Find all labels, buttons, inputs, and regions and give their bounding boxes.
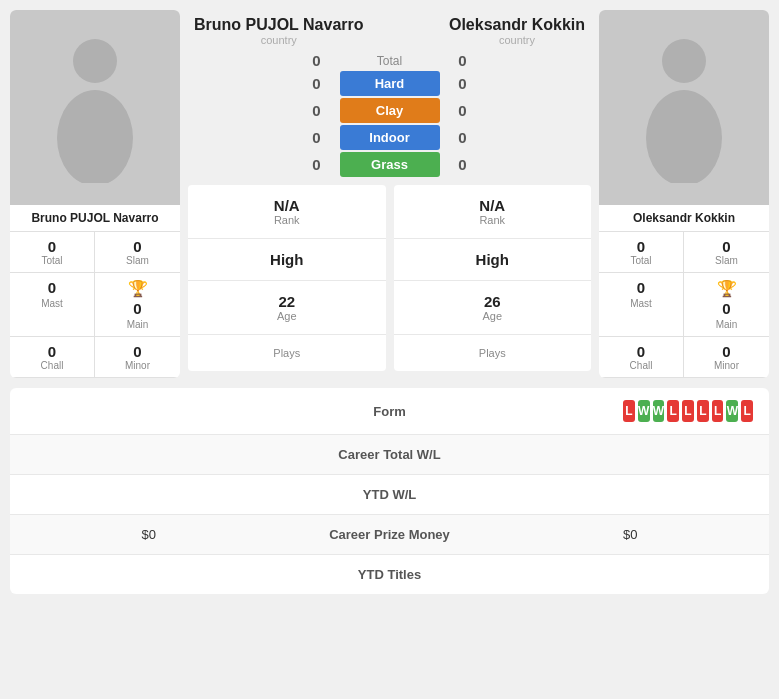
score-row-clay: 0 Clay 0 — [180, 98, 599, 123]
form-row: Form LWWLLLLWL — [10, 388, 769, 435]
left-age-cell: 22 Age — [188, 281, 386, 335]
right-minor-value: 0 — [688, 343, 765, 360]
form-badge-l: L — [697, 400, 709, 422]
right-rank-value: N/A — [402, 197, 584, 214]
form-badges: LWWLLLLWL — [623, 400, 753, 422]
left-age-value: 22 — [196, 293, 378, 310]
left-info-panel: N/A Rank High 22 Age Plays — [188, 185, 386, 371]
score-indoor-right: 0 — [448, 129, 478, 146]
surface-hard-badge: Hard — [340, 71, 440, 96]
left-minor-cell: 0 Minor — [95, 337, 180, 378]
left-player-silhouette — [45, 33, 145, 183]
svg-point-0 — [73, 39, 117, 83]
right-plays-cell: Plays — [394, 335, 592, 371]
ytd-wl-label: YTD W/L — [156, 487, 623, 502]
right-slam-cell: 0 Slam — [684, 232, 769, 273]
right-player-stats: 0 Total 0 Slam 0 Mast 🏆 0 Main 0 — [599, 231, 769, 378]
form-badge-l: L — [623, 400, 635, 422]
form-badges-container: LWWLLLLWL — [623, 400, 753, 422]
left-total-cell: 0 Total — [10, 232, 95, 273]
right-header-name: Oleksandr Kokkin — [449, 16, 585, 34]
left-main-label: Main — [127, 319, 149, 330]
comparison-row: Bruno PUJOL Navarro 0 Total 0 Slam 0 Mas… — [10, 10, 769, 378]
ytd-wl-row: YTD W/L — [10, 475, 769, 515]
right-chall-cell: 0 Chall — [599, 337, 684, 378]
form-badge-l: L — [667, 400, 679, 422]
score-rows: 0 Total 0 0 Hard 0 0 Clay 0 0 — [180, 48, 599, 181]
left-slam-value: 0 — [99, 238, 176, 255]
right-age-label: Age — [402, 310, 584, 322]
left-total-label: Total — [14, 255, 90, 266]
right-main-label: Main — [716, 319, 738, 330]
left-slam-label: Slam — [99, 255, 176, 266]
right-chall-label: Chall — [603, 360, 679, 371]
score-hard-right: 0 — [448, 75, 478, 92]
right-mast-value: 0 — [637, 279, 645, 296]
right-age-value: 26 — [402, 293, 584, 310]
left-plays-label: Plays — [196, 347, 378, 359]
left-minor-value: 0 — [99, 343, 176, 360]
right-slam-value: 0 — [688, 238, 765, 255]
score-indoor-left: 0 — [302, 129, 332, 146]
left-chall-cell: 0 Chall — [10, 337, 95, 378]
left-trophy-icon: 🏆 — [128, 279, 148, 298]
right-mast-cell: 0 Mast — [599, 273, 684, 337]
form-badge-w: W — [653, 400, 665, 422]
score-row-total: 0 Total 0 — [180, 52, 599, 69]
prize-left-value: $0 — [26, 527, 156, 542]
left-header-name: Bruno PUJOL Navarro — [194, 16, 364, 34]
left-chall-value: 0 — [14, 343, 90, 360]
left-rank-label: Rank — [196, 214, 378, 226]
right-high-cell: High — [394, 239, 592, 281]
left-mast-label: Mast — [41, 298, 63, 309]
right-mast-label: Mast — [630, 298, 652, 309]
right-info-panel: N/A Rank High 26 Age Plays — [394, 185, 592, 371]
form-badge-l: L — [712, 400, 724, 422]
left-age-label: Age — [196, 310, 378, 322]
bottom-section: Form LWWLLLLWL Career Total W/L YTD W/L … — [10, 388, 769, 594]
right-minor-label: Minor — [688, 360, 765, 371]
svg-point-3 — [646, 90, 722, 183]
left-plays-cell: Plays — [188, 335, 386, 371]
score-row-hard: 0 Hard 0 — [180, 71, 599, 96]
left-main-trophy-cell: 🏆 0 Main — [95, 273, 180, 337]
score-total-label: Total — [340, 54, 440, 68]
left-player-name: Bruno PUJOL Navarro — [23, 205, 166, 231]
form-badge-l: L — [682, 400, 694, 422]
left-mast-cell: 0 Mast — [10, 273, 95, 337]
left-rank-value: N/A — [196, 197, 378, 214]
left-high-value: High — [196, 251, 378, 268]
right-rank-cell: N/A Rank — [394, 185, 592, 239]
middle-section: Bruno PUJOL Navarro country Oleksandr Ko… — [180, 10, 599, 378]
left-player-photo — [10, 10, 180, 205]
right-main-value: 0 — [722, 300, 730, 317]
form-badge-w: W — [726, 400, 738, 422]
left-player-card: Bruno PUJOL Navarro 0 Total 0 Slam 0 Mas… — [10, 10, 180, 378]
surface-clay-badge: Clay — [340, 98, 440, 123]
right-player-name: Oleksandr Kokkin — [625, 205, 743, 231]
left-country: country — [194, 34, 364, 46]
left-minor-label: Minor — [99, 360, 176, 371]
score-total-left: 0 — [302, 52, 332, 69]
left-rank-cell: N/A Rank — [188, 185, 386, 239]
right-total-cell: 0 Total — [599, 232, 684, 273]
form-label: Form — [156, 404, 623, 419]
score-grass-right: 0 — [448, 156, 478, 173]
surface-grass-badge: Grass — [340, 152, 440, 177]
score-total-right: 0 — [448, 52, 478, 69]
surface-indoor-badge: Indoor — [340, 125, 440, 150]
right-age-cell: 26 Age — [394, 281, 592, 335]
left-mast-value: 0 — [48, 279, 56, 296]
left-slam-cell: 0 Slam — [95, 232, 180, 273]
score-clay-right: 0 — [448, 102, 478, 119]
form-badge-l: L — [741, 400, 753, 422]
right-country: country — [449, 34, 585, 46]
right-slam-label: Slam — [688, 255, 765, 266]
score-row-indoor: 0 Indoor 0 — [180, 125, 599, 150]
left-main-value: 0 — [133, 300, 141, 317]
right-plays-label: Plays — [402, 347, 584, 359]
prize-right-value: $0 — [623, 527, 753, 542]
right-total-label: Total — [603, 255, 679, 266]
right-rank-label: Rank — [402, 214, 584, 226]
ytd-titles-row: YTD Titles — [10, 555, 769, 594]
